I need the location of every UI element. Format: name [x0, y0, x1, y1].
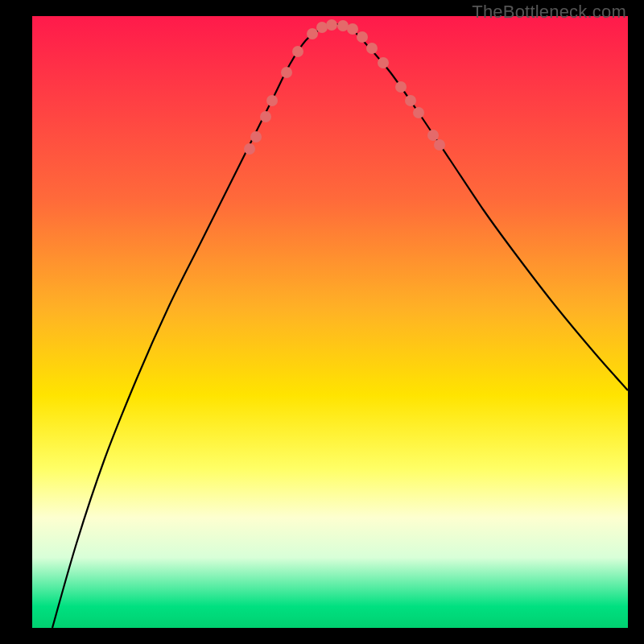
- curve-markers: [244, 19, 445, 155]
- data-marker: [378, 57, 389, 68]
- watermark-text: TheBottleneck.com: [472, 2, 626, 23]
- data-marker: [281, 67, 292, 78]
- data-marker: [292, 46, 303, 57]
- data-marker: [413, 107, 424, 118]
- data-marker: [405, 95, 416, 106]
- data-marker: [366, 43, 378, 54]
- data-marker: [347, 23, 358, 35]
- data-marker: [434, 139, 445, 151]
- data-marker: [326, 19, 337, 31]
- data-marker: [260, 111, 271, 122]
- data-marker: [266, 95, 278, 106]
- data-marker: [307, 28, 318, 39]
- data-marker: [395, 81, 407, 93]
- data-marker: [337, 20, 349, 31]
- data-marker: [316, 22, 328, 33]
- data-marker: [250, 131, 262, 142]
- chart-frame: TheBottleneck.com: [0, 0, 644, 644]
- curve-layer: [32, 16, 628, 628]
- data-marker: [357, 31, 368, 43]
- bottleneck-curve: [52, 24, 628, 628]
- data-marker: [427, 130, 439, 141]
- data-marker: [244, 143, 255, 155]
- plot-area: [32, 16, 628, 628]
